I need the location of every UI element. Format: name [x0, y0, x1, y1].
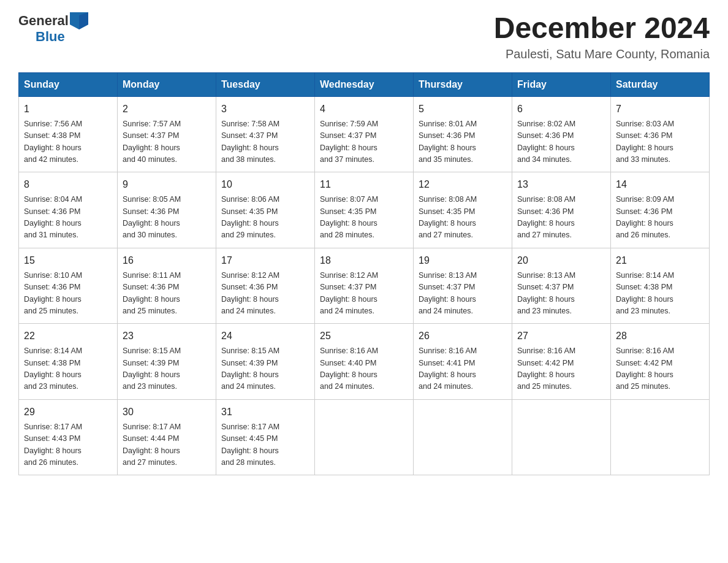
day-info: Sunrise: 8:01 AMSunset: 4:36 PMDaylight:…: [419, 118, 507, 166]
calendar-cell: 22Sunrise: 8:14 AMSunset: 4:38 PMDayligh…: [19, 324, 118, 400]
week-row-5: 29Sunrise: 8:17 AMSunset: 4:43 PMDayligh…: [19, 399, 710, 475]
day-number: 17: [221, 253, 309, 268]
day-header-wednesday: Wednesday: [315, 72, 414, 96]
day-number: 1: [24, 102, 112, 117]
day-number: 5: [419, 102, 507, 117]
calendar-cell: 19Sunrise: 8:13 AMSunset: 4:37 PMDayligh…: [414, 248, 512, 324]
day-header-saturday: Saturday: [611, 72, 710, 96]
calendar-cell: 24Sunrise: 8:15 AMSunset: 4:39 PMDayligh…: [216, 324, 315, 400]
day-number: 20: [517, 253, 605, 268]
header-row: SundayMondayTuesdayWednesdayThursdayFrid…: [19, 72, 710, 96]
calendar-cell: 25Sunrise: 8:16 AMSunset: 4:40 PMDayligh…: [315, 324, 414, 400]
day-number: 16: [123, 253, 211, 268]
calendar-cell: 12Sunrise: 8:08 AMSunset: 4:35 PMDayligh…: [414, 172, 512, 248]
day-number: 19: [419, 253, 507, 268]
calendar-cell: 3Sunrise: 7:58 AMSunset: 4:37 PMDaylight…: [216, 96, 315, 172]
day-info: Sunrise: 8:16 AMSunset: 4:42 PMDaylight:…: [616, 345, 704, 393]
day-number: 10: [221, 177, 309, 192]
day-info: Sunrise: 8:17 AMSunset: 4:44 PMDaylight:…: [123, 421, 211, 469]
day-header-thursday: Thursday: [414, 72, 512, 96]
day-info: Sunrise: 8:12 AMSunset: 4:36 PMDaylight:…: [221, 270, 309, 318]
day-number: 13: [517, 177, 605, 192]
calendar-cell: [611, 399, 710, 475]
calendar-cell: 1Sunrise: 7:56 AMSunset: 4:38 PMDaylight…: [19, 96, 118, 172]
day-info: Sunrise: 8:09 AMSunset: 4:36 PMDaylight:…: [616, 194, 704, 242]
month-title: December 2024: [494, 12, 710, 45]
calendar-cell: 16Sunrise: 8:11 AMSunset: 4:36 PMDayligh…: [118, 248, 216, 324]
calendar-cell: [414, 399, 512, 475]
day-number: 4: [320, 102, 408, 117]
logo-blue: Blue: [36, 29, 65, 44]
calendar-cell: 29Sunrise: 8:17 AMSunset: 4:43 PMDayligh…: [19, 399, 118, 475]
day-info: Sunrise: 8:13 AMSunset: 4:37 PMDaylight:…: [419, 270, 507, 318]
day-info: Sunrise: 8:05 AMSunset: 4:36 PMDaylight:…: [123, 194, 211, 242]
day-info: Sunrise: 8:16 AMSunset: 4:42 PMDaylight:…: [517, 345, 605, 393]
day-number: 23: [123, 329, 211, 343]
calendar-cell: 6Sunrise: 8:02 AMSunset: 4:36 PMDaylight…: [512, 96, 611, 172]
calendar-cell: 21Sunrise: 8:14 AMSunset: 4:38 PMDayligh…: [611, 248, 710, 324]
day-info: Sunrise: 7:59 AMSunset: 4:37 PMDaylight:…: [320, 118, 408, 166]
day-number: 22: [24, 329, 112, 343]
calendar-cell: 13Sunrise: 8:08 AMSunset: 4:36 PMDayligh…: [512, 172, 611, 248]
calendar-cell: 4Sunrise: 7:59 AMSunset: 4:37 PMDaylight…: [315, 96, 414, 172]
day-number: 15: [24, 253, 112, 268]
day-number: 21: [616, 253, 704, 268]
week-row-4: 22Sunrise: 8:14 AMSunset: 4:38 PMDayligh…: [19, 324, 710, 400]
calendar-cell: 10Sunrise: 8:06 AMSunset: 4:35 PMDayligh…: [216, 172, 315, 248]
day-info: Sunrise: 8:11 AMSunset: 4:36 PMDaylight:…: [123, 270, 211, 318]
day-number: 25: [320, 329, 408, 343]
calendar-cell: 28Sunrise: 8:16 AMSunset: 4:42 PMDayligh…: [611, 324, 710, 400]
day-info: Sunrise: 8:12 AMSunset: 4:37 PMDaylight:…: [320, 270, 408, 318]
day-number: 27: [517, 329, 605, 343]
day-info: Sunrise: 8:03 AMSunset: 4:36 PMDaylight:…: [616, 118, 704, 166]
calendar-cell: 18Sunrise: 8:12 AMSunset: 4:37 PMDayligh…: [315, 248, 414, 324]
day-number: 8: [24, 177, 112, 192]
logo-general: General: [18, 13, 69, 28]
day-info: Sunrise: 7:56 AMSunset: 4:38 PMDaylight:…: [24, 118, 112, 166]
day-header-tuesday: Tuesday: [216, 72, 315, 96]
calendar-cell: 7Sunrise: 8:03 AMSunset: 4:36 PMDaylight…: [611, 96, 710, 172]
day-number: 12: [419, 177, 507, 192]
calendar-cell: 31Sunrise: 8:17 AMSunset: 4:45 PMDayligh…: [216, 399, 315, 475]
day-info: Sunrise: 8:08 AMSunset: 4:36 PMDaylight:…: [517, 194, 605, 242]
calendar-cell: 23Sunrise: 8:15 AMSunset: 4:39 PMDayligh…: [118, 324, 216, 400]
logo-text: General Blue: [18, 12, 88, 44]
location: Paulesti, Satu Mare County, Romania: [494, 47, 710, 61]
day-info: Sunrise: 8:17 AMSunset: 4:45 PMDaylight:…: [221, 421, 309, 469]
day-info: Sunrise: 8:10 AMSunset: 4:36 PMDaylight:…: [24, 270, 112, 318]
calendar-cell: 5Sunrise: 8:01 AMSunset: 4:36 PMDaylight…: [414, 96, 512, 172]
day-info: Sunrise: 8:04 AMSunset: 4:36 PMDaylight:…: [24, 194, 112, 242]
week-row-2: 8Sunrise: 8:04 AMSunset: 4:36 PMDaylight…: [19, 172, 710, 248]
day-number: 11: [320, 177, 408, 192]
day-info: Sunrise: 8:17 AMSunset: 4:43 PMDaylight:…: [24, 421, 112, 469]
day-number: 24: [221, 329, 309, 343]
calendar-cell: 26Sunrise: 8:16 AMSunset: 4:41 PMDayligh…: [414, 324, 512, 400]
week-row-3: 15Sunrise: 8:10 AMSunset: 4:36 PMDayligh…: [19, 248, 710, 324]
calendar-cell: 15Sunrise: 8:10 AMSunset: 4:36 PMDayligh…: [19, 248, 118, 324]
day-info: Sunrise: 8:02 AMSunset: 4:36 PMDaylight:…: [517, 118, 605, 166]
day-number: 6: [517, 102, 605, 117]
day-number: 3: [221, 102, 309, 117]
day-number: 28: [616, 329, 704, 343]
day-header-sunday: Sunday: [19, 72, 118, 96]
day-info: Sunrise: 8:06 AMSunset: 4:35 PMDaylight:…: [221, 194, 309, 242]
day-number: 29: [24, 405, 112, 419]
calendar-cell: 8Sunrise: 8:04 AMSunset: 4:36 PMDaylight…: [19, 172, 118, 248]
day-info: Sunrise: 8:07 AMSunset: 4:35 PMDaylight:…: [320, 194, 408, 242]
day-info: Sunrise: 7:58 AMSunset: 4:37 PMDaylight:…: [221, 118, 309, 166]
day-number: 14: [616, 177, 704, 192]
calendar-cell: 27Sunrise: 8:16 AMSunset: 4:42 PMDayligh…: [512, 324, 611, 400]
calendar-table: SundayMondayTuesdayWednesdayThursdayFrid…: [18, 72, 710, 476]
calendar-cell: 14Sunrise: 8:09 AMSunset: 4:36 PMDayligh…: [611, 172, 710, 248]
calendar-cell: 9Sunrise: 8:05 AMSunset: 4:36 PMDaylight…: [118, 172, 216, 248]
day-header-friday: Friday: [512, 72, 611, 96]
page-header: General Blue December 2024 Paulesti, Sat…: [18, 12, 710, 61]
day-info: Sunrise: 8:13 AMSunset: 4:37 PMDaylight:…: [517, 270, 605, 318]
day-info: Sunrise: 8:15 AMSunset: 4:39 PMDaylight:…: [123, 345, 211, 393]
day-number: 9: [123, 177, 211, 192]
calendar-cell: [512, 399, 611, 475]
day-number: 2: [123, 102, 211, 117]
day-info: Sunrise: 8:15 AMSunset: 4:39 PMDaylight:…: [221, 345, 309, 393]
day-info: Sunrise: 8:16 AMSunset: 4:41 PMDaylight:…: [419, 345, 507, 393]
logo-icon: [70, 12, 88, 29]
